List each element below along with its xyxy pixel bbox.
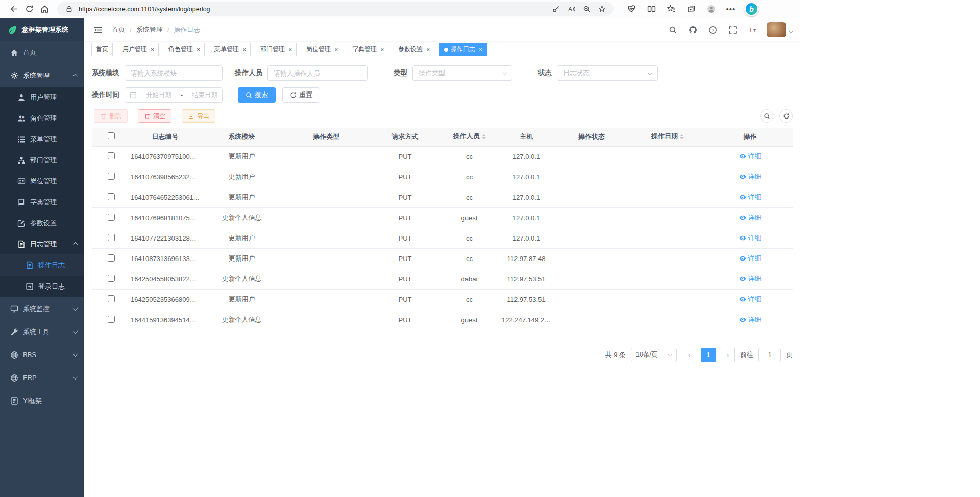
home-button[interactable] xyxy=(37,2,52,16)
zoom-out-icon[interactable] xyxy=(581,4,592,15)
row-checkbox[interactable] xyxy=(108,316,115,323)
table-row[interactable]: 1641076370975100928 更新用户 PUT cc 127.0.0.… xyxy=(92,146,793,167)
clear-button[interactable]: 清空 xyxy=(138,109,172,123)
status-select[interactable]: 日志状态 xyxy=(557,65,658,81)
table-row[interactable]: 1641076465225306112 更新用户 PUT cc 127.0.0.… xyxy=(92,187,793,207)
url-text[interactable]: https://ccnetcore.com:1101/system/log/op… xyxy=(79,6,546,13)
row-checkbox[interactable] xyxy=(108,214,115,221)
date-range-picker[interactable]: 开始日期 - 结束日期 xyxy=(125,87,223,103)
export-button[interactable]: 导出 xyxy=(182,109,215,123)
sidebar-toggle-button[interactable] xyxy=(92,24,104,35)
row-checkbox[interactable] xyxy=(108,173,115,180)
more-options-button[interactable]: ••• xyxy=(724,2,738,16)
row-checkbox[interactable] xyxy=(108,275,115,282)
tab-close-icon[interactable]: × xyxy=(380,46,384,53)
next-page-button[interactable]: › xyxy=(721,348,735,362)
tab-item[interactable]: 岗位管理 × xyxy=(302,43,342,56)
tab-item[interactable]: 操作日志 × xyxy=(439,43,487,56)
tab-close-icon[interactable]: × xyxy=(288,46,292,53)
tab-close-icon[interactable]: × xyxy=(151,46,154,53)
sidebar-item-erp[interactable]: ERP xyxy=(0,366,84,389)
sidebar-item-login-log[interactable]: 登录日志 xyxy=(0,276,84,297)
sidebar-item-dict-management[interactable]: 字典管理 xyxy=(0,192,84,212)
sidebar-item-param-settings[interactable]: 参数设置 xyxy=(0,212,84,233)
detail-link[interactable]: 详细 xyxy=(739,152,762,161)
sidebar-item-yi-framework[interactable]: Yi框架 xyxy=(0,389,84,412)
table-row[interactable]: 1641076398565232640 更新用户 PUT cc 127.0.0.… xyxy=(92,167,793,187)
address-bar[interactable]: https://ccnetcore.com:1101/system/log/op… xyxy=(57,2,614,16)
prev-page-button[interactable]: ‹ xyxy=(682,348,696,362)
user-menu[interactable] xyxy=(767,22,792,37)
sidebar-item-user-management[interactable]: 用户管理 xyxy=(0,87,84,108)
back-button[interactable] xyxy=(6,2,21,16)
table-row[interactable]: 1642505235366809600 更新用户 PUT cc 112.97.5… xyxy=(92,289,793,310)
collections-button[interactable] xyxy=(684,2,698,16)
read-aloud-icon[interactable]: A xyxy=(566,4,577,15)
detail-link[interactable]: 详细 xyxy=(739,213,762,222)
header-search-button[interactable] xyxy=(667,24,678,35)
detail-link[interactable]: 详细 xyxy=(739,315,762,324)
row-checkbox[interactable] xyxy=(108,152,115,159)
delete-button[interactable]: 删除 xyxy=(94,109,128,123)
sidebar-item-system-tools[interactable]: 系统工具 xyxy=(0,320,84,343)
sidebar-item-system-management[interactable]: 系统管理 xyxy=(0,64,84,87)
tab-close-icon[interactable]: × xyxy=(426,46,430,53)
lock-icon[interactable] xyxy=(63,4,75,15)
table-row[interactable]: 1641087313696133120 更新用户 PUT cc 112.97.8… xyxy=(92,248,793,269)
favorite-add-icon[interactable] xyxy=(596,4,607,15)
favorites-button[interactable] xyxy=(665,2,678,16)
fullscreen-button[interactable] xyxy=(727,24,738,35)
row-checkbox[interactable] xyxy=(108,234,115,241)
row-checkbox[interactable] xyxy=(108,193,115,200)
sort-icon[interactable] xyxy=(680,132,684,141)
sidebar-item-system-monitor[interactable]: 系统监控 xyxy=(0,297,84,320)
tab-item[interactable]: 参数设置 × xyxy=(394,43,434,56)
goto-page-input[interactable] xyxy=(758,348,781,362)
split-screen-button[interactable] xyxy=(645,2,658,16)
detail-link[interactable]: 详细 xyxy=(739,193,762,202)
tab-close-icon[interactable]: × xyxy=(197,46,200,53)
page-size-select[interactable]: 10条/页 xyxy=(631,348,677,362)
tab-close-icon[interactable]: × xyxy=(334,46,338,53)
detail-link[interactable]: 详细 xyxy=(739,233,762,243)
password-key-icon[interactable] xyxy=(550,4,561,15)
show-search-button[interactable] xyxy=(760,109,773,123)
sidebar-item-menu-management[interactable]: 菜单管理 xyxy=(0,129,84,150)
tab-close-icon[interactable]: × xyxy=(242,46,246,53)
sidebar-item-role-management[interactable]: 角色管理 xyxy=(0,108,84,129)
table-row[interactable]: 1644159136394514432 更新个人信息 PUT guest 122… xyxy=(92,310,793,330)
tab-close-icon[interactable]: × xyxy=(479,46,482,53)
browser-essentials-button[interactable] xyxy=(625,2,638,16)
sidebar-item-oper-log[interactable]: 操作日志 xyxy=(0,254,84,276)
refresh-button[interactable] xyxy=(21,2,37,16)
sidebar-item-log-management[interactable]: 日志管理 xyxy=(0,233,84,254)
github-button[interactable] xyxy=(687,24,698,35)
select-all-checkbox[interactable] xyxy=(108,132,115,139)
user-avatar[interactable] xyxy=(767,22,786,37)
sort-icon[interactable] xyxy=(482,132,486,141)
copilot-bing-button[interactable]: b xyxy=(744,2,759,16)
col-operator[interactable]: 操作人员 xyxy=(442,128,497,146)
tab-item[interactable]: 字典管理 × xyxy=(348,43,388,56)
table-row[interactable]: 1641076968181075968 更新个人信息 PUT guest 127… xyxy=(92,207,793,228)
col-date[interactable]: 操作日期 xyxy=(628,128,707,146)
profile-button[interactable] xyxy=(704,2,718,16)
sidebar-item-post-management[interactable]: 岗位管理 xyxy=(0,171,84,192)
tab-item[interactable]: 角色管理 × xyxy=(164,43,205,56)
search-button[interactable]: 搜索 xyxy=(238,87,276,103)
reset-button[interactable]: 重置 xyxy=(282,87,320,103)
tab-item[interactable]: 菜单管理 × xyxy=(210,43,251,56)
module-input[interactable] xyxy=(125,65,223,81)
tab-item[interactable]: 部门管理 × xyxy=(256,43,297,56)
tab-item[interactable]: 用户管理 × xyxy=(118,43,159,56)
row-checkbox[interactable] xyxy=(108,295,115,302)
row-checkbox[interactable] xyxy=(108,254,115,262)
table-row[interactable]: 1642504558053822464 更新个人信息 PUT dabai 112… xyxy=(92,269,793,289)
detail-link[interactable]: 详细 xyxy=(739,274,762,283)
breadcrumb-item[interactable]: 系统管理 xyxy=(136,25,163,34)
type-select[interactable]: 操作类型 xyxy=(412,65,512,81)
sidebar-item-bbs[interactable]: BBS xyxy=(0,343,84,366)
help-button[interactable]: ? xyxy=(707,24,718,35)
sidebar-item-home[interactable]: 首页 xyxy=(0,41,84,64)
operator-input[interactable] xyxy=(267,65,368,81)
